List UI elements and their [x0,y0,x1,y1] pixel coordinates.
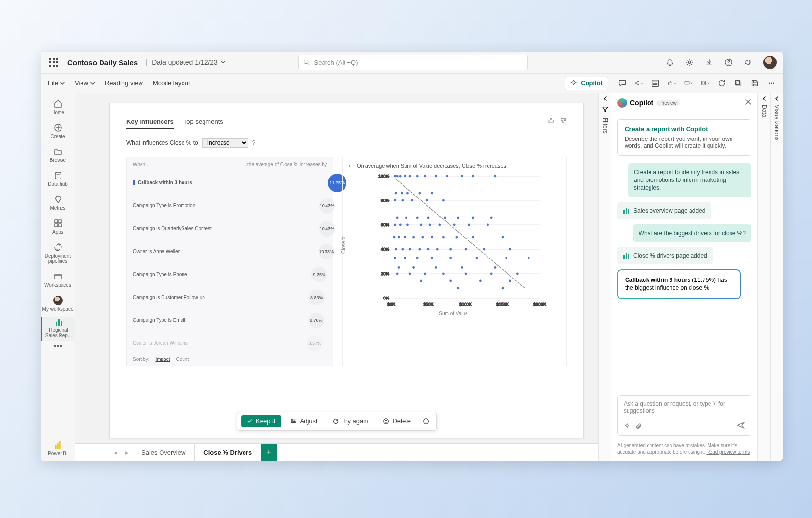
influencer-label: Campaign Type is Phone [133,272,222,277]
gear-icon[interactable] [685,58,694,67]
influencer-row[interactable]: Campaign Type is Email8.76% [133,309,327,332]
info-button[interactable] [420,416,432,427]
export-menu-icon[interactable] [668,79,676,88]
svg-text:100%: 100% [378,174,389,179]
svg-point-107 [449,257,452,259]
copilot-button[interactable]: Copilot [565,77,608,90]
copilot-disclaimer: AI-generated content can have mistakes. … [611,439,757,461]
influence-direction-select[interactable]: Increase [202,138,248,148]
influencer-row[interactable]: Campaign is Customer Follow-up8.83% [133,286,327,309]
svg-point-87 [421,236,424,239]
page-tab-sales-overview[interactable]: Sales Overview [133,444,195,461]
svg-text:60%: 60% [381,222,389,227]
nav-home[interactable]: Home [41,96,75,118]
delete-button[interactable]: Delete [377,415,417,427]
svg-point-102 [509,248,511,251]
add-page-button[interactable]: + [261,444,277,461]
svg-point-54 [472,175,474,178]
help-icon[interactable] [724,58,733,67]
filters-pane-collapsed[interactable]: Filters [598,93,611,461]
page-tabs: ◂ ▸ Sales Overview Close % Drivers + [75,443,598,461]
download-icon[interactable] [705,58,713,67]
attach-icon[interactable] [635,423,642,430]
avatar[interactable] [763,56,777,69]
data-pane-collapsed[interactable]: Data [757,93,770,461]
help-hint[interactable]: ? [252,139,256,146]
megaphone-icon[interactable] [744,58,752,67]
page-scroll-left[interactable]: ◂ [109,449,121,456]
copilot-input[interactable]: Ask a question or request, or type '/' f… [617,395,751,436]
mobile-layout-button[interactable]: Mobile layout [153,80,190,87]
svg-point-121 [490,273,493,275]
feedback-icons [548,117,567,124]
tab-top-segments[interactable]: Top segments [183,118,223,129]
try-again-button[interactable]: Try again [326,415,374,427]
send-button[interactable] [736,421,745,431]
data-updated[interactable]: Data updated 1/12/23 [146,59,225,66]
nav-more[interactable]: ••• [53,345,62,348]
nav-current-report[interactable]: Regional Sales Rep... [41,317,75,341]
nav-create[interactable]: Create [41,120,75,142]
svg-text:40%: 40% [381,247,389,252]
svg-point-72 [472,217,474,219]
influencer-row[interactable]: Campaign Type is Promotion10.43% [133,194,327,217]
svg-point-122 [516,273,519,275]
svg-point-60 [431,192,433,195]
sort-count[interactable]: Count [176,357,189,362]
thumbs-down-icon[interactable] [560,117,567,124]
svg-point-120 [465,273,467,275]
adjust-button[interactable]: Adjust [284,415,324,427]
nav-apps[interactable]: Apps [41,216,75,238]
influencer-row[interactable]: Callback within 3 hours11.75% [133,171,327,194]
page-tab-close-drivers[interactable]: Close % Drivers [195,444,261,461]
sort-impact[interactable]: Impact [155,357,170,362]
close-copilot-button[interactable] [745,99,751,107]
list-icon[interactable] [651,79,660,88]
reading-view-button[interactable]: Reading view [105,80,143,87]
svg-point-85 [404,236,406,239]
svg-point-92 [502,236,504,239]
svg-text:$0K: $0K [387,302,395,307]
influencer-row[interactable]: Campaign Type is Phone9.25% [133,263,327,286]
preview-terms-link[interactable]: Read preview terms [706,449,750,455]
more-icon[interactable] [767,79,776,88]
page-scroll-right[interactable]: ▸ [121,449,133,456]
nav-workspaces[interactable]: Workspaces [41,269,75,291]
nav-pipelines[interactable]: Deployment pipelines [41,239,75,267]
search-input[interactable]: Search (Alt +Q) [298,55,528,70]
svg-point-0 [304,60,308,63]
svg-point-126 [509,280,511,282]
tab-key-influencers[interactable]: Key influencers [126,118,174,129]
file-menu[interactable]: File [48,80,65,87]
nav-metrics[interactable]: Metrics [41,192,75,214]
sparkle-icon[interactable] [624,423,630,430]
nav-browse[interactable]: Browse [41,144,75,166]
svg-point-55 [494,175,496,178]
svg-point-109 [505,257,508,259]
comment-icon[interactable] [618,79,627,88]
thumbs-up-icon[interactable] [548,117,555,124]
svg-point-50 [424,175,426,178]
bell-icon[interactable] [666,58,674,67]
save-icon[interactable] [751,79,759,88]
nav-my-workspace[interactable]: My workspace [41,293,75,315]
keep-button[interactable]: Keep it [241,415,281,427]
svg-point-98 [436,248,439,251]
svg-text:20%: 20% [381,271,389,276]
svg-point-114 [461,266,463,269]
copy-icon[interactable] [734,79,743,88]
influencer-row[interactable]: Owner is Anne Weiler10.33% [133,240,327,263]
present-menu-icon[interactable] [684,79,693,88]
visualizations-pane-collapsed[interactable]: Visualizations [770,93,783,461]
layout-menu-icon[interactable] [701,79,710,88]
nav-datahub[interactable]: Data hub [41,168,75,190]
svg-point-88 [431,236,433,239]
influencer-row[interactable]: Owner is Jordan Williams8.57% [133,332,327,355]
svg-point-1 [688,61,690,63]
refresh-icon[interactable] [717,79,726,88]
svg-point-15 [773,83,774,84]
view-menu[interactable]: View [75,80,95,87]
share-menu-icon[interactable] [634,79,643,88]
waffle-icon[interactable] [47,56,61,69]
influencer-row[interactable]: Campaign is QuarterlySales Contest10.43% [133,217,327,240]
